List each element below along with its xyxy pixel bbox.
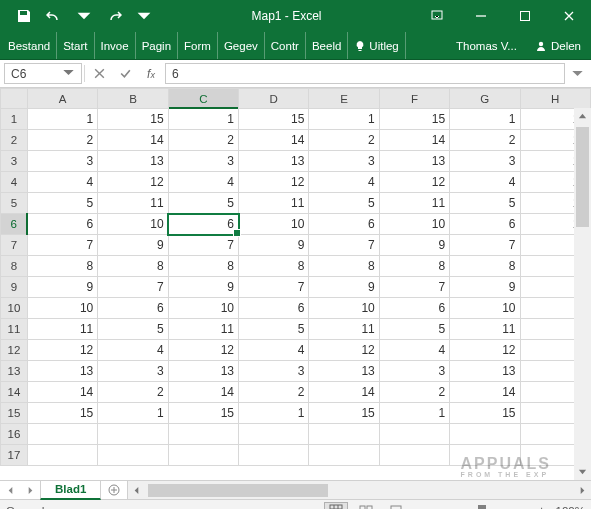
- cell[interactable]: 5: [27, 193, 97, 214]
- cell[interactable]: 7: [27, 235, 97, 256]
- cell[interactable]: 14: [168, 382, 238, 403]
- close-button[interactable]: [547, 0, 591, 32]
- cell[interactable]: 9: [450, 277, 520, 298]
- cell[interactable]: 4: [239, 340, 309, 361]
- cell[interactable]: 8: [27, 256, 97, 277]
- scroll-up-button[interactable]: [574, 108, 591, 125]
- cell[interactable]: 11: [450, 319, 520, 340]
- undo-button[interactable]: [40, 2, 68, 30]
- sheet-tab-active[interactable]: Blad1: [40, 481, 101, 500]
- view-normal-button[interactable]: [324, 502, 348, 510]
- cell[interactable]: 10: [450, 298, 520, 319]
- scroll-right-button[interactable]: [574, 481, 591, 500]
- row-header[interactable]: 16: [1, 424, 28, 445]
- cell[interactable]: 11: [98, 193, 168, 214]
- cell[interactable]: 14: [239, 130, 309, 151]
- cell[interactable]: 4: [450, 172, 520, 193]
- tab-formules[interactable]: Form: [178, 32, 218, 59]
- cell[interactable]: 8: [168, 256, 238, 277]
- row-header[interactable]: 3: [1, 151, 28, 172]
- cell[interactable]: [239, 424, 309, 445]
- cell[interactable]: 12: [379, 172, 449, 193]
- tab-pagina[interactable]: Pagin: [136, 32, 178, 59]
- cell[interactable]: 14: [450, 382, 520, 403]
- cell[interactable]: 1: [379, 403, 449, 424]
- cell[interactable]: 8: [309, 256, 379, 277]
- cell[interactable]: 8: [239, 256, 309, 277]
- cell[interactable]: 3: [168, 151, 238, 172]
- view-page-layout-button[interactable]: [354, 502, 378, 510]
- cell[interactable]: 6: [379, 298, 449, 319]
- cell[interactable]: 3: [450, 151, 520, 172]
- cell[interactable]: [450, 445, 520, 466]
- cell[interactable]: 5: [379, 319, 449, 340]
- cell[interactable]: 15: [309, 403, 379, 424]
- formula-input[interactable]: 6: [165, 63, 565, 84]
- cell[interactable]: 3: [379, 361, 449, 382]
- cell[interactable]: 7: [379, 277, 449, 298]
- cell[interactable]: 12: [27, 340, 97, 361]
- row-header[interactable]: 9: [1, 277, 28, 298]
- cell[interactable]: 1: [309, 109, 379, 130]
- zoom-out-button[interactable]: −: [414, 503, 430, 510]
- zoom-level[interactable]: 100%: [556, 505, 585, 510]
- cell[interactable]: 9: [239, 235, 309, 256]
- column-header[interactable]: F: [379, 89, 449, 109]
- tab-invoegen[interactable]: Invoe: [95, 32, 136, 59]
- cell[interactable]: 6: [239, 298, 309, 319]
- cell[interactable]: 9: [98, 235, 168, 256]
- cell[interactable]: 2: [379, 382, 449, 403]
- cell[interactable]: 5: [168, 193, 238, 214]
- cell[interactable]: 2: [168, 130, 238, 151]
- tab-gegevens[interactable]: Gegev: [218, 32, 265, 59]
- scroll-thumb[interactable]: [576, 127, 589, 227]
- select-all-corner[interactable]: [1, 89, 28, 109]
- cell[interactable]: [168, 445, 238, 466]
- cell[interactable]: 6: [98, 298, 168, 319]
- row-header[interactable]: 11: [1, 319, 28, 340]
- row-header[interactable]: 10: [1, 298, 28, 319]
- maximize-button[interactable]: [503, 0, 547, 32]
- cell[interactable]: 11: [168, 319, 238, 340]
- cell[interactable]: 15: [379, 109, 449, 130]
- insert-function-button[interactable]: fx: [139, 63, 163, 84]
- cell[interactable]: 10: [98, 214, 168, 235]
- tab-beeld[interactable]: Beeld: [306, 32, 348, 59]
- cell[interactable]: 11: [309, 319, 379, 340]
- vertical-scrollbar[interactable]: [574, 108, 591, 480]
- cell[interactable]: 5: [239, 319, 309, 340]
- spreadsheet-grid[interactable]: ABCDEFGH11151151151152214214214214331331…: [0, 88, 591, 480]
- cell[interactable]: 3: [309, 151, 379, 172]
- view-page-break-button[interactable]: [384, 502, 408, 510]
- cell[interactable]: 13: [450, 361, 520, 382]
- cell[interactable]: 13: [309, 361, 379, 382]
- cell[interactable]: 4: [27, 172, 97, 193]
- row-header[interactable]: 2: [1, 130, 28, 151]
- cell[interactable]: 13: [239, 151, 309, 172]
- sheet-nav-prev[interactable]: [0, 486, 20, 495]
- column-header[interactable]: B: [98, 89, 168, 109]
- column-header[interactable]: E: [309, 89, 379, 109]
- cell[interactable]: 11: [379, 193, 449, 214]
- cell[interactable]: 9: [379, 235, 449, 256]
- cell[interactable]: 1: [168, 109, 238, 130]
- cell[interactable]: 4: [98, 340, 168, 361]
- cell[interactable]: 15: [168, 403, 238, 424]
- scroll-down-button[interactable]: [574, 463, 591, 480]
- cell[interactable]: 5: [450, 193, 520, 214]
- cell[interactable]: 1: [239, 403, 309, 424]
- ribbon-options-button[interactable]: [415, 0, 459, 32]
- enter-formula-button[interactable]: [113, 63, 137, 84]
- row-header[interactable]: 6: [1, 214, 28, 235]
- save-button[interactable]: [10, 2, 38, 30]
- cell[interactable]: [98, 424, 168, 445]
- redo-button[interactable]: [100, 2, 128, 30]
- tab-controleren[interactable]: Contr: [265, 32, 306, 59]
- cell[interactable]: 2: [27, 130, 97, 151]
- cell[interactable]: [379, 424, 449, 445]
- zoom-thumb[interactable]: [478, 505, 486, 510]
- cell[interactable]: 12: [98, 172, 168, 193]
- cell[interactable]: 1: [27, 109, 97, 130]
- scroll-left-button[interactable]: [128, 481, 145, 500]
- cell[interactable]: 4: [168, 172, 238, 193]
